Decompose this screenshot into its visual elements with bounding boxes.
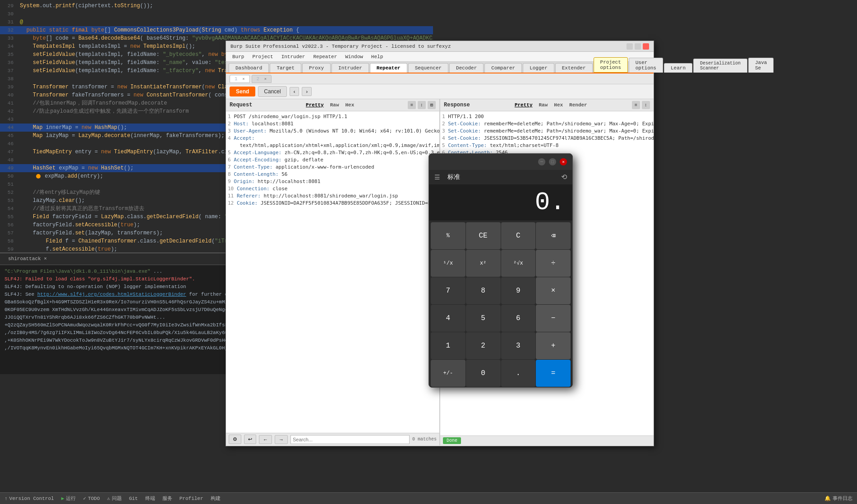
search-nav-left[interactable]: ← xyxy=(259,435,272,444)
calc-history-button[interactable]: ⟲ xyxy=(561,173,567,182)
calc-btn-add[interactable]: + xyxy=(536,332,571,359)
close-button[interactable] xyxy=(643,43,649,50)
tab-extender[interactable]: Extender xyxy=(555,63,593,73)
calc-btn-9[interactable]: 9 xyxy=(501,277,536,304)
calc-btn-7[interactable]: 7 xyxy=(431,277,465,304)
status-terminal: 终端 xyxy=(145,495,155,502)
calc-btn-3[interactable]: 3 xyxy=(501,332,536,359)
calc-btn-divide[interactable]: ÷ xyxy=(536,250,571,277)
menu-burp[interactable]: Burp xyxy=(229,53,248,60)
calc-btn-percent[interactable]: % xyxy=(431,222,465,249)
tab-target[interactable]: Target xyxy=(270,63,301,73)
search-filter-btn[interactable]: ↩ xyxy=(244,435,256,444)
nav-prev-button[interactable]: ‹ xyxy=(290,87,299,96)
tab-java-se[interactable]: Java Se xyxy=(748,58,774,73)
req-line-9: 8 Content-Length: 56 xyxy=(228,171,438,178)
calc-window-buttons: ─ □ ✕ xyxy=(538,158,567,165)
req-view-raw[interactable]: Raw xyxy=(328,102,341,108)
calc-btn-subtract[interactable]: − xyxy=(536,305,571,332)
req-icon-2[interactable]: ↕ xyxy=(418,101,426,109)
req-line-8: 7 Content-Type: application/x-www-form-u… xyxy=(228,164,438,171)
menu-help[interactable]: Help xyxy=(368,53,387,60)
calc-btn-5[interactable]: 5 xyxy=(466,305,501,332)
request-search-input[interactable] xyxy=(290,435,410,444)
tab-repeater[interactable]: Repeater xyxy=(370,63,407,73)
minimize-button[interactable] xyxy=(627,43,633,50)
resp-icon-2[interactable]: ↕ xyxy=(642,101,650,109)
request-content[interactable]: 1 POST /shirodemo_war/login.jsp HTTP/1.1… xyxy=(226,111,439,433)
rep-tab-2[interactable]: 2 × xyxy=(252,75,272,83)
services-label: 服务 xyxy=(162,495,172,502)
calc-buttons-grid: % CE C ⌫ ¹/x x² ²√x ÷ 7 8 9 × 4 5 6 − 1 … xyxy=(429,220,572,388)
tab-proxy[interactable]: Proxy xyxy=(302,63,331,73)
calc-btn-decimal[interactable]: . xyxy=(501,360,536,387)
send-button[interactable]: Send xyxy=(230,87,255,96)
menu-project[interactable]: Project xyxy=(249,53,276,60)
req-icon-1[interactable]: ≡ xyxy=(408,101,416,109)
search-prev-btn[interactable]: ⚙ xyxy=(229,435,241,444)
request-panel-icons: ≡ ↕ ⊞ xyxy=(408,101,436,109)
search-nav-right[interactable]: → xyxy=(275,435,288,444)
code-line-32: 32 public static final byte[] CommonsCol… xyxy=(0,26,433,34)
nav-next-button[interactable]: › xyxy=(302,87,312,96)
calc-close-button[interactable]: ✕ xyxy=(560,158,567,165)
calc-btn-2[interactable]: 2 xyxy=(466,332,501,359)
req-line-cookie: 12 Cookie: JSESSIONID=DA2FF5F5010834A7BB… xyxy=(228,200,438,207)
calc-btn-reciprocal[interactable]: ¹/x xyxy=(431,250,465,277)
tab-user-options[interactable]: User options xyxy=(629,58,663,73)
calc-btn-ce[interactable]: CE xyxy=(466,222,501,249)
calc-btn-negate[interactable]: +/- xyxy=(431,360,465,387)
req-icon-3[interactable]: ⊞ xyxy=(428,101,436,109)
profiler-label: Profiler xyxy=(180,496,203,501)
req-line-10: 9 Origin: http://localhost:8081 xyxy=(228,178,438,185)
calc-minimize-button[interactable]: ─ xyxy=(538,158,545,165)
tab-project-options[interactable]: Project options xyxy=(594,57,628,73)
req-line-5: text/html,application/xhtml+xml,applicat… xyxy=(228,142,438,149)
tab-deserialization[interactable]: Deserialization Scanner xyxy=(693,59,747,73)
tab-intruder[interactable]: Intruder xyxy=(332,63,369,73)
calc-btn-multiply[interactable]: × xyxy=(536,277,571,304)
calc-restore-button[interactable]: □ xyxy=(549,158,556,165)
tab-dashboard[interactable]: Dashboard xyxy=(229,63,269,73)
calc-btn-backspace[interactable]: ⌫ xyxy=(536,222,571,249)
resp-icon-1[interactable]: ≡ xyxy=(632,101,640,109)
cancel-button[interactable]: Cancel xyxy=(258,86,286,97)
menu-repeater[interactable]: Repeater xyxy=(309,53,341,60)
status-todo: ✓ TODO xyxy=(83,495,100,501)
req-view-pretty[interactable]: Pretty xyxy=(304,102,326,108)
calc-btn-square[interactable]: x² xyxy=(466,250,501,277)
tab-learn[interactable]: Learn xyxy=(664,63,692,73)
resp-view-pretty[interactable]: Pretty xyxy=(513,102,534,108)
burp-titlebar: Burp Suite Professional v2022.3 - Tempor… xyxy=(226,41,654,52)
response-panel-icons: ≡ ↕ xyxy=(632,101,650,109)
resp-view-hex[interactable]: Hex xyxy=(552,102,565,108)
calc-btn-4[interactable]: 4 xyxy=(431,305,465,332)
calc-btn-c[interactable]: C xyxy=(501,222,536,249)
rep-tab-1[interactable]: 1 × xyxy=(230,75,250,83)
calc-btn-1[interactable]: 1 xyxy=(431,332,465,359)
tab-sequencer[interactable]: Sequencer xyxy=(408,63,448,73)
terminal-label: 终端 xyxy=(145,495,155,502)
status-build: 构建 xyxy=(211,495,221,502)
resp-view-render[interactable]: Render xyxy=(567,102,589,108)
menu-intruder[interactable]: Intruder xyxy=(278,53,309,60)
calc-btn-sqrt[interactable]: ²√x xyxy=(501,250,536,277)
repeater-sub-tabs: 1 × 2 × xyxy=(226,73,654,84)
calc-btn-8[interactable]: 8 xyxy=(466,277,501,304)
maximize-button[interactable] xyxy=(635,43,641,50)
terminal-tab-shirocattack[interactable]: shiroattack × xyxy=(4,255,51,263)
calculator-window: ─ □ ✕ ☰ 标准 ⟲ 0. % CE C ⌫ ¹/x x² ²√x ÷ 7 … xyxy=(428,153,573,388)
tab-decoder[interactable]: Decoder xyxy=(449,63,484,73)
calc-btn-6[interactable]: 6 xyxy=(501,305,536,332)
calc-btn-0[interactable]: 0 xyxy=(466,360,501,387)
calc-menu-icon[interactable]: ☰ xyxy=(434,174,440,181)
req-view-hex[interactable]: Hex xyxy=(344,102,356,108)
run-icon: ▶ xyxy=(61,495,65,501)
calc-btn-equals[interactable]: = xyxy=(536,360,571,387)
req-line-4: 4 Accept: xyxy=(228,135,438,142)
tab-comparer[interactable]: Comparer xyxy=(484,63,522,73)
status-profiler: Profiler xyxy=(180,496,203,501)
menu-window[interactable]: Window xyxy=(341,53,367,60)
resp-view-raw[interactable]: Raw xyxy=(537,102,549,108)
tab-logger[interactable]: Logger xyxy=(523,63,554,73)
